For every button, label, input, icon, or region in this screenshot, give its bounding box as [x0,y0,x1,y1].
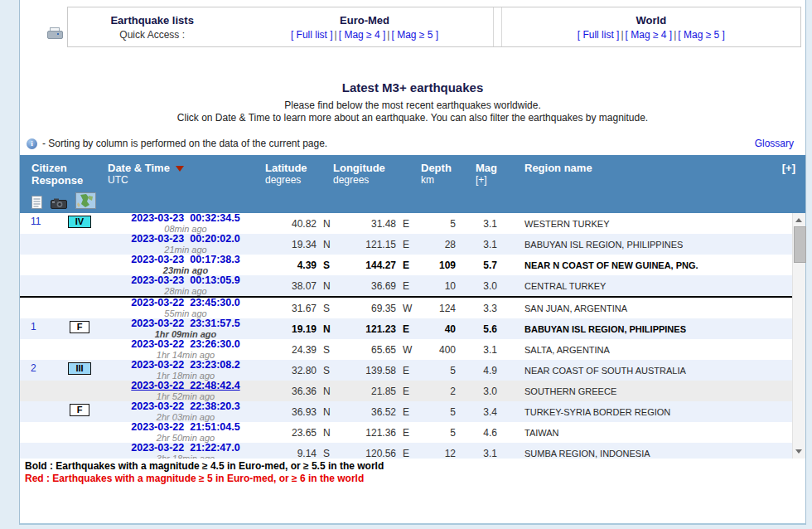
datetime-link[interactable]: 2023-03-22 23:31:57.5 [106,318,265,328]
column-header-magnitude[interactable]: Mag [+] [459,155,505,213]
column-header-depth[interactable]: Depth km [404,155,459,213]
scroll-up-icon[interactable] [793,214,805,226]
table-body: 11 IV 2023-03-23 00:32:34.5 08min ago 40… [20,213,792,459]
citizen-count-link[interactable]: 2 [20,360,53,374]
longitude-direction: W [396,303,424,314]
table-scrollbar[interactable] [792,213,805,459]
latitude-value: 23.65 [265,427,317,439]
citizen-count-link[interactable] [20,422,53,425]
table-row: 2023-03-22 21:22:47.0 3hr 18min ago 9.14… [20,443,792,459]
citizen-count-link[interactable] [20,275,53,278]
datetime-link[interactable]: 2023-03-22 23:26:30.0 [106,339,265,349]
print-icon[interactable] [47,27,61,39]
latitude-value: 4.39 [265,260,317,271]
map-icon[interactable] [75,192,96,209]
expand-columns-button[interactable]: [+] [767,155,805,213]
datetime-cell: 2023-03-22 21:22:47.0 3hr 18min ago [106,443,265,459]
world-full-list-link[interactable]: [ Full list ] [578,29,620,41]
table-row: F 2023-03-22 22:38:20.3 2hr 03min ago 36… [20,401,792,422]
citizen-count-link[interactable] [20,298,53,300]
longitude-direction: E [396,365,424,376]
info-icon: i [27,138,37,149]
latitude-value: 19.19 [265,323,317,335]
column-header-latitude[interactable]: Latitude degrees [255,155,325,213]
scrollbar-thumb[interactable] [794,226,806,263]
region-name: WESTERN TURKEY [510,219,792,229]
latitude-value: 24.39 [265,344,317,356]
datetime-cell: 2023-03-22 23:31:57.5 1hr 09min ago [106,318,265,339]
citizen-count-link[interactable] [20,234,53,236]
earthquake-table: Citizen Response [20,155,805,459]
latitude-value: 31.67 [265,303,317,314]
quick-access-euromed: Euro-Med [ Full list ]|[ Mag ≥ 4 ]|[ Mag… [236,7,493,46]
magnitude-value: 3.1 [464,344,510,356]
intensity-badge[interactable]: IV [68,216,91,228]
euromed-full-list-link[interactable]: [ Full list ] [291,29,333,41]
scroll-down-icon[interactable] [793,445,805,458]
longitude-value: 144.27 [345,260,396,271]
region-name: SOUTHERN GREECE [510,386,792,396]
column-header-datetime[interactable]: Date & Time UTC [106,155,255,213]
link-separator: | [621,29,623,41]
latitude-value: 32.80 [265,365,317,376]
world-mag4-link[interactable]: [ Mag ≥ 4 ] [626,29,673,41]
longitude-value: 65.65 [345,344,396,356]
datetime-link[interactable]: 2023-03-23 00:13:05.9 [106,275,265,285]
citizen-count-link[interactable] [20,401,53,404]
region-name: TAIWAN [510,428,792,438]
euromed-mag4-link[interactable]: [ Mag ≥ 4 ] [339,29,386,41]
datetime-cell: 2023-03-22 21:51:04.5 2hr 50min ago [106,422,265,443]
citizen-count-link[interactable] [20,255,53,257]
column-header-region[interactable]: Region name [505,155,767,213]
datetime-link[interactable]: 2023-03-23 00:17:38.3 [106,255,265,264]
datetime-link[interactable]: 2023-03-22 22:38:20.3 [106,401,265,411]
glossary-link[interactable]: Glossary [755,138,794,149]
depth-value: 124 [424,303,464,314]
world-heading: World [502,14,800,27]
column-header-longitude[interactable]: Longitude degrees [325,155,404,213]
intensity-badge[interactable]: III [68,362,90,375]
datetime-cell: 2023-03-23 00:20:02.0 21min ago [106,234,265,255]
citizen-count-link[interactable] [20,443,53,445]
longitude-direction: E [396,386,424,397]
longitude-value: 120.56 [345,448,396,459]
depth-value: 40 [424,323,464,335]
latitude-value: 36.36 [265,386,317,397]
intensity-badge[interactable]: F [70,321,90,333]
euromed-mag5-link[interactable]: [ Mag ≥ 5 ] [391,29,438,41]
intensity-badge-cell [53,275,106,278]
testimonies-icon[interactable] [31,196,42,209]
datetime-link[interactable]: 2023-03-22 22:48:42.4 [106,381,265,391]
time-ago: 3hr 18min ago [106,454,265,459]
link-separator: | [387,29,389,41]
datetime-link[interactable]: 2023-03-23 00:32:34.5 [106,213,265,223]
datetime-link[interactable]: 2023-03-22 21:51:04.5 [106,422,265,432]
table-row: 2023-03-23 00:17:38.3 23min ago 4.39 S 1… [20,255,792,275]
legend: Bold : Earthquakes with a magnitude ≥ 4.… [25,460,805,484]
depth-value: 109 [424,260,464,271]
photos-icon[interactable] [51,198,67,209]
citizen-count-link[interactable] [20,381,53,383]
datetime-cell: 2023-03-22 23:26:30.0 1hr 14min ago [106,339,265,360]
column-header-citizen-response[interactable]: Citizen Response [20,155,106,213]
citizen-count-link[interactable]: 11 [20,213,53,227]
depth-value: 5 [424,218,464,230]
datetime-cell: 2023-03-22 22:38:20.3 2hr 03min ago [106,401,265,422]
datetime-link[interactable]: 2023-03-22 23:23:08.2 [106,360,265,370]
citizen-count-link[interactable]: 1 [20,318,53,332]
depth-value: 5 [424,406,464,418]
time-ago: 28min ago [106,286,265,296]
datetime-link[interactable]: 2023-03-23 00:20:02.0 [106,234,265,244]
latitude-direction: S [317,365,345,376]
world-mag5-link[interactable]: [ Mag ≥ 5 ] [678,29,725,41]
magnitude-value: 5.6 [464,323,510,335]
latitude-value: 19.34 [265,239,317,250]
latitude-direction: N [317,323,345,335]
datetime-link[interactable]: 2023-03-22 21:22:47.0 [106,443,265,453]
citizen-count-link[interactable] [20,339,53,342]
intensity-badge[interactable]: F [70,404,90,416]
datetime-link[interactable]: 2023-03-22 23:45:30.0 [106,298,265,308]
latitude-direction: S [317,344,345,356]
magnitude-value: 3.3 [464,303,510,314]
link-separator: | [674,29,676,41]
